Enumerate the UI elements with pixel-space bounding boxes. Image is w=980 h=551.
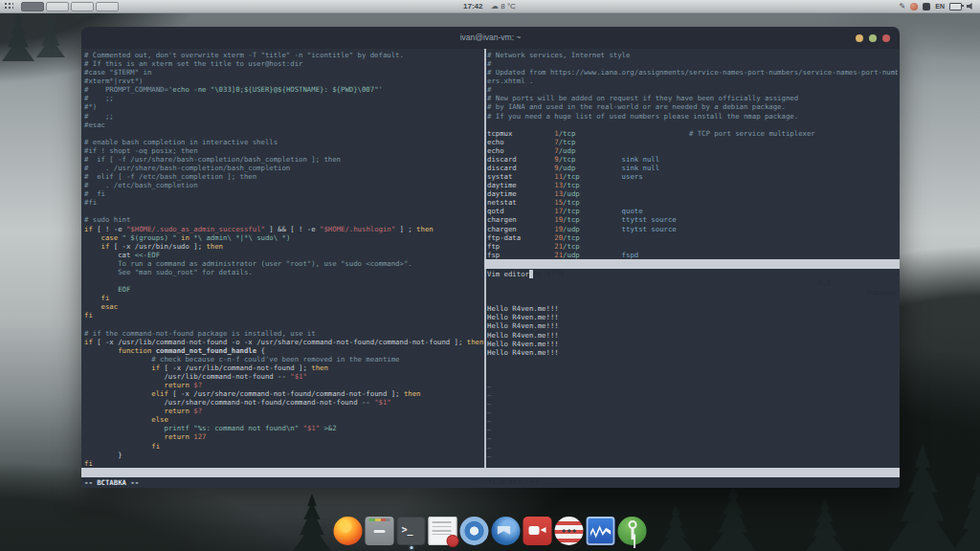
running-indicator [410,546,412,549]
code-line: # enable bash completion in interactive … [84,138,484,146]
workspace-2[interactable] [46,2,69,11]
code-line: ftp-data 20/tcp [487,233,898,242]
battery-icon[interactable] [949,3,962,11]
app-tray-icon[interactable] [910,3,918,11]
dock-chromium-icon[interactable] [460,517,489,545]
workspace-switcher [21,2,119,11]
app-grid-icon[interactable] [4,2,13,11]
code-line: if [ -x /usr/lib/command-not-found ]; th… [84,364,484,372]
close-button[interactable] [882,34,890,42]
code-line: # by IANA and used in the real-world or … [487,102,898,111]
dock-screen-recorder-icon[interactable] [523,517,552,545]
workspace-4[interactable] [96,2,119,11]
code-line: elif [ -x /usr/share/command-not-found/c… [84,389,484,398]
code-line [84,320,484,328]
vim-pane-bashrc[interactable]: # Commented out, don't overwrite xterm -… [84,51,484,468]
code-line: fi [84,294,484,302]
statusline-filename: file.txt [+] [488,477,539,487]
code-line: To run a command as administrator (user … [84,259,484,268]
code-line: # . /etc/bash_completion [84,181,484,189]
code-line: Hello R4ven.me!!! [487,348,898,357]
vim-vertical-split[interactable] [484,49,486,468]
code-line: Hello R4ven.me!!! [487,331,898,340]
code-line: case " $(groups) " in *\ admin\ *|*\ sud… [84,233,484,242]
code-line: #*) [84,102,484,111]
keyboard-layout-indicator[interactable]: EN [935,3,945,10]
code-line: echo 7/udp [487,146,898,155]
minimize-button[interactable] [856,34,863,42]
code-line: discard 9/udp sink null [487,164,898,172]
cloud-icon: ☁ [491,2,499,11]
code-line: chargen 19/tcp ttytst source [487,215,898,224]
code-line: Hello R4ven.me!!! [487,304,898,313]
code-line: return $? [84,381,484,389]
code-line: # [487,85,898,94]
window-titlebar[interactable]: ivan@ivan-vm: ~ [81,27,900,49]
code-line: if [ -x /usr/lib/command-not-found -o -x… [84,338,484,346]
code-line: # If you need a huge list of used number… [487,112,898,121]
statusline-bashrc: bash.bashrc 71,2 Внизу [81,468,484,477]
maximize-button[interactable] [869,34,877,42]
code-line [487,287,898,296]
pine-tree [36,15,65,57]
code-line: # [487,59,898,68]
code-line: ~ [487,434,898,443]
dock-files-icon[interactable] [366,517,394,545]
code-line [487,365,898,374]
code-line: # if the command-not-found package is in… [84,329,484,338]
code-line: /usr/lib/command-not-found -- "$1" [84,372,484,381]
code-line: systat 11/tcp users [487,172,898,181]
code-line: # If this is an xterm set the title to u… [84,59,484,68]
code-line: ~ [487,383,898,391]
code-line: function command_not_found_handle { [84,346,484,355]
workspace-3[interactable] [71,2,94,11]
code-line [84,276,484,285]
code-line: # check because c-n-f could've been remo… [84,355,484,364]
dock-keepass-icon[interactable] [618,517,647,545]
workspace-1[interactable] [21,2,44,11]
code-line: ftp 21/tcp [487,242,898,251]
vim-pane-services[interactable]: # Network services, Internet style## Upd… [487,51,898,259]
pine-tree [806,498,844,551]
notes-tray-icon[interactable]: ✎ [900,3,906,11]
code-line: # Updated from https://www.iana.org/assi… [487,68,898,77]
pine-tree [658,505,693,551]
code-line: # . /usr/share/bash-completion/bash_comp… [84,164,484,172]
code-line [487,357,898,365]
code-line: fi [84,459,484,468]
code-line: EOF [84,285,484,294]
dock-text-editor-icon[interactable] [429,517,457,545]
code-line: fi [84,442,484,451]
code-line: if [ -x /usr/bin/sudo ]; then [84,242,484,251]
code-line: # elif [ -f /etc/bash_completion ]; then [84,172,484,181]
dock-terminal-icon[interactable]: >_ [397,517,426,545]
pine-tree [953,473,980,551]
code-line: Hello R4ven.me!!! [487,321,898,330]
settings-tray-icon[interactable] [923,3,930,11]
dock-firefox-icon[interactable] [334,517,363,545]
code-line [84,129,484,138]
code-line: return $? [84,407,484,415]
vim-mode-indicator: -- ВСТАВКА -- [84,478,139,487]
code-line: # New ports will be added on request if … [487,94,898,102]
window-buttons [856,34,890,42]
dock-striped-app-icon[interactable] [555,517,584,545]
code-line: chargen 19/udp ttytst source [487,225,898,233]
clock[interactable]: 17:42 [463,2,482,11]
code-line: ~ [487,426,898,434]
system-tray: ✎ EN [900,1,974,11]
code-line: ers.xhtml . [487,77,898,85]
volume-icon[interactable] [967,3,974,11]
code-line: ~ [487,444,898,452]
vim-pane-filetxt[interactable]: Vim editor Hello R4ven.me!!!Hello R4ven.… [487,270,898,466]
dock: >_ [334,517,647,545]
code-line: # Commented out, don't overwrite xterm -… [84,51,484,59]
code-line: discard 9/tcp sink null [487,155,898,164]
code-line: # fi [84,189,484,198]
dock-mail-icon[interactable] [492,517,521,545]
code-line: echo 7/tcp [487,138,898,146]
code-line: #if ! shopt -oq posix; then [84,146,484,155]
weather-applet[interactable]: ☁ 8 °C [491,2,516,11]
code-line: cat <<-EOF [84,251,484,259]
dock-system-monitor-icon[interactable] [587,517,615,545]
